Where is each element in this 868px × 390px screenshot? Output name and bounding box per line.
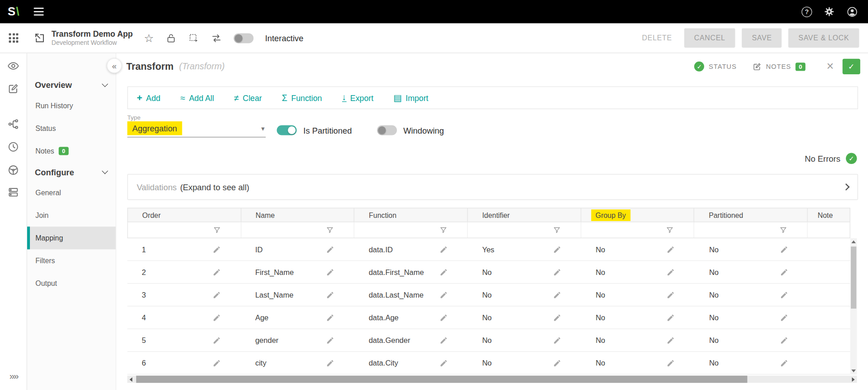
nav-section-configure[interactable]: Configure bbox=[27, 162, 116, 181]
edit-pencil-icon[interactable] bbox=[213, 291, 221, 299]
edit-pencil-icon[interactable] bbox=[326, 245, 334, 253]
type-dropdown[interactable]: Aggregation ▾ bbox=[127, 124, 266, 138]
scroll-left-icon[interactable] bbox=[129, 377, 132, 381]
scroll-up-icon[interactable] bbox=[851, 241, 856, 243]
import-button[interactable]: ▤ Import bbox=[393, 93, 428, 102]
nav-section-overview[interactable]: Overview bbox=[27, 75, 116, 94]
favorite-star-icon[interactable]: ☆ bbox=[144, 33, 154, 43]
stack-icon[interactable] bbox=[7, 186, 19, 198]
filter-icon[interactable] bbox=[553, 226, 561, 234]
save-button[interactable]: SAVE bbox=[742, 28, 782, 48]
gear-icon[interactable] bbox=[824, 6, 835, 17]
edit-pencil-icon[interactable] bbox=[553, 291, 561, 299]
filter-icon[interactable] bbox=[779, 226, 787, 234]
apps-grid-icon[interactable] bbox=[0, 33, 27, 43]
edit-pencil-icon[interactable] bbox=[553, 245, 561, 253]
cancel-button[interactable]: CANCEL bbox=[684, 28, 735, 48]
function-button[interactable]: Σ Function bbox=[282, 93, 322, 102]
table-row[interactable]: 1 ID data.ID Yes No No bbox=[127, 238, 850, 261]
collapse-panel-button[interactable]: « bbox=[107, 58, 122, 73]
edit-pencil-icon[interactable] bbox=[553, 336, 561, 344]
edit-pencil-icon[interactable] bbox=[326, 268, 334, 276]
clear-button[interactable]: ≠ Clear bbox=[234, 93, 262, 102]
edit-pencil-icon[interactable] bbox=[326, 359, 334, 367]
is-partitioned-toggle[interactable] bbox=[277, 125, 297, 135]
table-row[interactable]: 4 Age data.Age No No No bbox=[127, 306, 850, 329]
sidebar-item-notes[interactable]: Notes 0 bbox=[27, 140, 116, 162]
edit-pencil-icon[interactable] bbox=[553, 359, 561, 367]
edit-pencil-icon[interactable] bbox=[439, 359, 448, 367]
notes-button[interactable]: NOTES 0 bbox=[752, 62, 806, 71]
filter-icon[interactable] bbox=[666, 226, 674, 234]
vertical-scroll-thumb[interactable] bbox=[851, 246, 856, 308]
delete-button[interactable]: DELETE bbox=[636, 29, 677, 47]
history-clock-icon[interactable] bbox=[7, 141, 19, 153]
help-icon[interactable]: ? bbox=[801, 6, 812, 17]
swap-icon[interactable] bbox=[211, 33, 222, 43]
edit-pencil-icon[interactable] bbox=[780, 336, 788, 344]
edit-pencil-icon[interactable] bbox=[213, 359, 221, 367]
status-button[interactable]: ✓ STATUS bbox=[694, 62, 736, 72]
edit-pencil-icon[interactable] bbox=[667, 268, 675, 276]
edit-pencil-icon[interactable] bbox=[326, 313, 334, 322]
interactive-toggle[interactable] bbox=[234, 33, 253, 43]
edit-pencil-icon[interactable] bbox=[213, 336, 221, 344]
edit-pencil-icon[interactable] bbox=[326, 291, 334, 299]
edit-pencil-icon[interactable] bbox=[553, 313, 561, 322]
edit-pencil-icon[interactable] bbox=[667, 313, 675, 322]
sidebar-item-join[interactable]: Join bbox=[27, 204, 116, 226]
dashboard-gauge-icon[interactable] bbox=[7, 164, 19, 176]
sidebar-item-status[interactable]: Status bbox=[27, 117, 116, 140]
sidebar-item-filters[interactable]: Filters bbox=[27, 249, 116, 272]
edit-pencil-icon[interactable] bbox=[667, 245, 675, 253]
edit-pencil-icon[interactable] bbox=[326, 336, 334, 344]
edit-pencil-icon[interactable] bbox=[780, 268, 788, 276]
filter-icon[interactable] bbox=[213, 226, 221, 234]
edit-pencil-icon[interactable] bbox=[553, 268, 561, 276]
edit-pencil-icon[interactable] bbox=[667, 291, 675, 299]
scroll-right-icon[interactable] bbox=[852, 377, 855, 381]
add-button[interactable]: + Add bbox=[137, 93, 160, 102]
expand-rail-icon[interactable]: »» bbox=[0, 371, 27, 381]
edit-pencil-icon[interactable] bbox=[667, 336, 675, 344]
export-button[interactable]: ↓ Export bbox=[342, 93, 373, 102]
windowing-toggle[interactable] bbox=[377, 125, 396, 135]
sidebar-item-general[interactable]: General bbox=[27, 181, 116, 204]
sidebar-item-output[interactable]: Output bbox=[27, 272, 116, 295]
pipeline-icon[interactable] bbox=[7, 118, 19, 130]
sidebar-item-run-history[interactable]: Run History bbox=[27, 94, 116, 117]
horizontal-scroll-thumb[interactable] bbox=[136, 376, 747, 383]
edit-pencil-icon[interactable] bbox=[780, 245, 788, 253]
filter-icon[interactable] bbox=[326, 226, 334, 234]
select-region-icon[interactable] bbox=[188, 33, 199, 43]
unlock-icon[interactable] bbox=[166, 33, 176, 43]
add-all-button[interactable]: ≈ Add All bbox=[180, 93, 214, 102]
save-and-lock-button[interactable]: SAVE & LOCK bbox=[788, 28, 859, 48]
validations-expander[interactable]: Validations (Expand to see all) bbox=[127, 174, 858, 200]
scroll-down-icon[interactable] bbox=[851, 370, 856, 372]
edit-pencil-icon[interactable] bbox=[213, 313, 221, 322]
table-row[interactable]: 5 gender data.Gender No No No bbox=[127, 329, 850, 352]
edit-pencil-icon[interactable] bbox=[780, 291, 788, 299]
edit-pencil-icon[interactable] bbox=[213, 268, 221, 276]
menu-icon[interactable] bbox=[33, 8, 43, 15]
table-row[interactable]: 6 city data.City No No No bbox=[127, 352, 850, 375]
edit-icon[interactable] bbox=[7, 82, 19, 95]
horizontal-scrollbar[interactable] bbox=[127, 376, 857, 383]
view-eye-icon[interactable] bbox=[7, 60, 19, 72]
navigate-back-icon[interactable] bbox=[34, 32, 46, 44]
confirm-check-button[interactable]: ✓ bbox=[843, 59, 860, 74]
edit-pencil-icon[interactable] bbox=[439, 336, 448, 344]
edit-pencil-icon[interactable] bbox=[780, 359, 788, 367]
edit-pencil-icon[interactable] bbox=[439, 313, 448, 322]
account-icon[interactable] bbox=[846, 6, 858, 18]
sidebar-item-mapping[interactable]: Mapping bbox=[27, 226, 116, 249]
edit-pencil-icon[interactable] bbox=[780, 313, 788, 322]
vertical-scrollbar[interactable] bbox=[850, 238, 857, 375]
close-icon[interactable]: × bbox=[826, 60, 834, 72]
filter-icon[interactable] bbox=[439, 226, 447, 234]
edit-pencil-icon[interactable] bbox=[439, 268, 448, 276]
edit-pencil-icon[interactable] bbox=[213, 245, 221, 253]
edit-pencil-icon[interactable] bbox=[439, 291, 448, 299]
edit-pencil-icon[interactable] bbox=[667, 359, 675, 367]
